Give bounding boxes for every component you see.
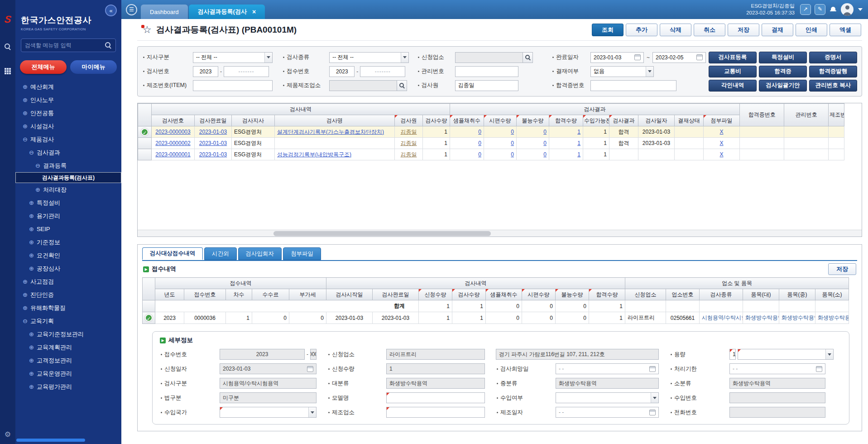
quick-action-button[interactable]: 관리번호 복사 <box>809 80 857 92</box>
cell-link[interactable]: 0 <box>511 151 514 158</box>
tab-active[interactable]: 검사결과등록(검사× <box>189 5 265 19</box>
sidebar-item[interactable]: ⊕교육계획관리 <box>15 341 121 354</box>
bottom-tab[interactable]: 검사입회자 <box>238 247 282 260</box>
column-header[interactable]: 차수 <box>226 289 252 300</box>
action-button[interactable]: 엑셀 <box>830 24 861 36</box>
cell-link[interactable]: 0 <box>543 129 547 135</box>
expand-icon[interactable]: ⊕ <box>29 357 34 364</box>
cell-link[interactable]: 2023-01-03 <box>199 140 227 146</box>
sidebar-collapse-button[interactable]: « <box>105 5 117 16</box>
row-selector[interactable] <box>138 138 152 149</box>
sidebar-item[interactable]: ⊕교육평가관리 <box>15 380 121 393</box>
column-header[interactable]: 검사완료일 <box>373 289 419 300</box>
all-menu-button[interactable]: 전체메뉴 <box>20 60 67 74</box>
cell-link[interactable]: 0 <box>478 140 481 146</box>
tab-close-icon[interactable]: × <box>252 8 256 15</box>
expand-icon[interactable]: ⊕ <box>29 344 34 351</box>
column-header[interactable]: 불능수량 <box>556 289 589 300</box>
expand-icon[interactable]: ⊕ <box>23 278 28 285</box>
calendar-icon[interactable] <box>816 366 822 372</box>
capacity-input[interactable]: 1 <box>729 349 736 360</box>
edit-icon[interactable]: ✎ <box>815 4 825 15</box>
sidebar-item[interactable]: ⊕시설검사 <box>15 120 121 133</box>
column-header[interactable]: 시편수량 <box>522 289 556 300</box>
column-header[interactable]: 검사번호 <box>152 115 195 126</box>
cell-link[interactable]: 김종일 <box>401 151 417 158</box>
sidebar-item[interactable]: ⊕진단인증 <box>15 288 121 301</box>
inspector-input[interactable]: 김종일 <box>455 80 518 91</box>
column-header[interactable]: 샘플채취수 <box>486 289 522 300</box>
column-header[interactable]: 검사수량 <box>423 115 450 126</box>
sidebar-item[interactable]: ⊕교육기준정보관리 <box>15 328 121 341</box>
menu-search-input[interactable] <box>21 39 105 52</box>
favorite-star-icon[interactable]: ☆ <box>143 24 152 35</box>
cell-link[interactable]: 2023-01-03 <box>199 129 227 135</box>
sidebar-item[interactable]: ⊕공장심사 <box>15 262 121 275</box>
expand-icon[interactable]: ⊕ <box>29 199 34 206</box>
column-header[interactable]: 검사종류 <box>700 289 743 300</box>
quick-menu-keypad-icon[interactable] <box>5 68 6 70</box>
search-icon[interactable] <box>105 42 111 48</box>
column-header[interactable]: 신청업소 <box>625 289 666 300</box>
mgmt-no-input[interactable] <box>455 66 518 77</box>
maker-input[interactable] <box>386 407 485 418</box>
column-header[interactable]: 수수료 <box>252 289 289 300</box>
settings-gear-icon[interactable]: ⚙ <box>5 430 11 439</box>
expand-icon[interactable]: ⊕ <box>23 304 28 311</box>
table-row[interactable]: ✓2023-00000032023-01-03ESG경영처설계단계검사기록부(가… <box>138 126 844 138</box>
column-header[interactable]: 결재상태 <box>675 115 704 126</box>
calendar-icon[interactable] <box>649 366 656 372</box>
item-no-input[interactable] <box>193 80 273 91</box>
chevron-down-icon[interactable] <box>858 8 863 11</box>
expand-icon[interactable]: ⊕ <box>29 370 34 377</box>
inspection-type-select[interactable]: -- 전체 -- <box>329 52 409 63</box>
column-header[interactable]: 업소번호 <box>666 289 700 300</box>
apply-biz-input[interactable] <box>455 52 523 63</box>
expand-icon[interactable]: ⊕ <box>29 252 34 259</box>
cell-link[interactable]: 성능검정기록부(내압방폭구조) <box>277 151 351 158</box>
column-header[interactable]: 검사원 <box>395 115 423 126</box>
column-header[interactable]: 검사완료일 <box>195 115 232 126</box>
cell-link[interactable]: 0 <box>478 151 481 158</box>
sidebar-item[interactable]: ⊕용기관리 <box>15 209 121 222</box>
column-header[interactable]: 품목(중) <box>779 289 815 300</box>
sidebar-scrollbar[interactable] <box>16 439 85 442</box>
bottom-tab[interactable]: 검사대상접수내역 <box>142 247 203 260</box>
action-button[interactable]: 추가 <box>626 24 657 36</box>
sidebar-item[interactable]: ⊖제품검사 <box>15 133 121 146</box>
cell-link[interactable]: 1 <box>577 151 580 158</box>
approval-select[interactable]: 없음 <box>590 66 654 77</box>
column-header[interactable]: 수입가능잔량 <box>583 115 609 126</box>
action-button[interactable]: 저장 <box>728 24 759 36</box>
action-button[interactable]: 인쇄 <box>796 24 827 36</box>
expand-icon[interactable]: ⊕ <box>29 331 34 338</box>
product-maker-input[interactable] <box>329 80 397 91</box>
sidebar-item[interactable]: ⊕유해화학물질 <box>15 301 121 314</box>
complete-date-from-input[interactable]: 2023-01-03 <box>590 52 644 63</box>
expand-icon[interactable]: ⊕ <box>35 186 40 193</box>
action-button[interactable]: 조회 <box>592 24 623 36</box>
cell-link[interactable]: 김종일 <box>401 140 417 146</box>
sidebar-item[interactable]: ⊖결과등록 <box>15 159 121 172</box>
inspection-no-year-input[interactable]: 2023 <box>193 66 218 77</box>
model-input[interactable] <box>386 392 485 403</box>
cell-link[interactable]: 0 <box>478 129 481 135</box>
column-header[interactable]: 불능수량 <box>517 115 549 126</box>
expand-icon[interactable]: ⊕ <box>23 291 28 298</box>
calendar-icon[interactable] <box>696 54 703 60</box>
quick-action-button[interactable]: 합격증발행 <box>809 66 857 77</box>
cell-link[interactable]: 김종일 <box>401 129 417 135</box>
cell-link[interactable]: 설계단계검사기록부(가스누출경보차단장치) <box>277 129 384 135</box>
column-header[interactable]: 첨부파일 <box>704 115 740 126</box>
apply-biz-search-button[interactable] <box>523 52 533 63</box>
expand-icon[interactable]: ⊕ <box>29 226 34 232</box>
column-header[interactable]: 품목(대) <box>743 289 779 300</box>
receipt-no-seq-input[interactable]: ------- <box>360 66 405 77</box>
calendar-icon[interactable] <box>307 366 313 372</box>
collapse-icon[interactable]: ⊖ <box>23 136 28 143</box>
table-row[interactable]: ✓202300000361002023-01-032023-01-0311000… <box>143 312 849 324</box>
complete-date-to-input[interactable]: 2023-02-05 <box>652 52 706 63</box>
action-button[interactable]: 삭제 <box>660 24 691 36</box>
cell-link[interactable]: 2023-0000002 <box>155 140 190 146</box>
cell-link[interactable]: 2023-0000001 <box>155 151 190 158</box>
